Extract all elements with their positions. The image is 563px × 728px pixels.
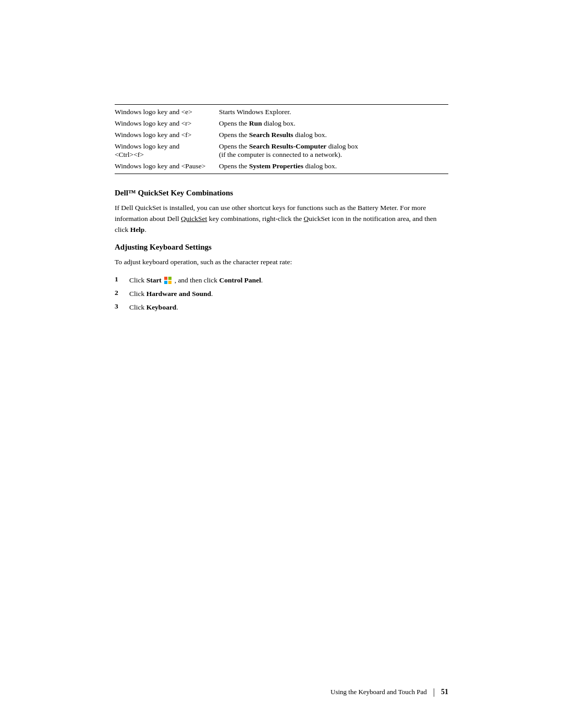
bold-text: Run (249, 119, 262, 127)
adjusting-keyboard-title: Adjusting Keyboard Settings (115, 243, 448, 252)
table-cell-desc: Opens the Run dialog box. (219, 118, 448, 129)
bold-text: Search Results (249, 131, 293, 139)
table-cell-key: Windows logo key and<Ctrl><f> (115, 141, 219, 161)
bold-hardware-sound: Hardware and Sound (146, 290, 211, 298)
bold-keyboard: Keyboard (146, 303, 177, 311)
step-2: 2 Click Hardware and Sound. (115, 289, 448, 299)
page-number: 51 (441, 688, 448, 696)
page-footer: Using the Keyboard and Touch Pad | 51 (331, 687, 448, 697)
table-cell-key: Windows logo key and <Pause> (115, 161, 219, 174)
table-row: Windows logo key and <e> Starts Windows … (115, 105, 448, 118)
svg-rect-0 (164, 277, 167, 280)
windows-logo-icon (164, 277, 172, 284)
step-text: Click Keyboard. (129, 302, 448, 313)
steps-list: 1 Click Start , and then click Control P… (115, 275, 448, 313)
step-3: 3 Click Keyboard. (115, 302, 448, 313)
table-row: Windows logo key and <f> Opens the Searc… (115, 129, 448, 141)
table-cell-desc: Opens the Search Results-Computer dialog… (219, 141, 448, 161)
footer-text: Using the Keyboard and Touch Pad (331, 688, 427, 696)
table-cell-desc: Opens the Search Results dialog box. (219, 129, 448, 141)
table-row: Windows logo key and <Pause> Opens the S… (115, 161, 448, 174)
dell-quickset-section: Dell™ QuickSet Key Combinations If Dell … (115, 189, 448, 236)
bold-start: Start (146, 276, 162, 284)
dell-quickset-title: Dell™ QuickSet Key Combinations (115, 189, 448, 198)
page: Windows logo key and <e> Starts Windows … (0, 0, 563, 728)
table-cell-key: Windows logo key and <e> (115, 105, 219, 118)
underline-quickset2: Q (304, 215, 309, 223)
step-number: 2 (115, 289, 129, 297)
bold-text: Search Results-Computer (249, 142, 327, 150)
table-cell-desc: Starts Windows Explorer. (219, 105, 448, 118)
table-row: Windows logo key and <r> Opens the Run d… (115, 118, 448, 129)
footer-separator: | (433, 687, 435, 697)
key-combinations-table: Windows logo key and <e> Starts Windows … (115, 104, 448, 174)
bold-control-panel: Control Panel (219, 276, 261, 284)
step-number: 1 (115, 275, 129, 283)
step-text: Click Start , and then click Control Pan… (129, 275, 448, 286)
adjusting-keyboard-intro: To adjust keyboard operation, such as th… (115, 257, 448, 268)
table-cell-key: Windows logo key and <f> (115, 129, 219, 141)
bold-text: System Properties (249, 162, 303, 170)
step-1: 1 Click Start , and then click Control P… (115, 275, 448, 286)
underline-quickset: QuickSet (181, 215, 207, 223)
svg-rect-2 (164, 280, 167, 283)
table-cell-desc: Opens the System Properties dialog box. (219, 161, 448, 174)
adjusting-keyboard-section: Adjusting Keyboard Settings To adjust ke… (115, 243, 448, 313)
svg-rect-3 (168, 280, 172, 283)
bold-help: Help (130, 226, 145, 233)
svg-rect-1 (168, 277, 172, 280)
step-number: 3 (115, 302, 129, 311)
dell-quickset-body: If Dell QuickSet is installed, you can u… (115, 203, 448, 236)
table-cell-key: Windows logo key and <r> (115, 118, 219, 129)
table-row: Windows logo key and<Ctrl><f> Opens the … (115, 141, 448, 161)
step-text: Click Hardware and Sound. (129, 289, 448, 299)
